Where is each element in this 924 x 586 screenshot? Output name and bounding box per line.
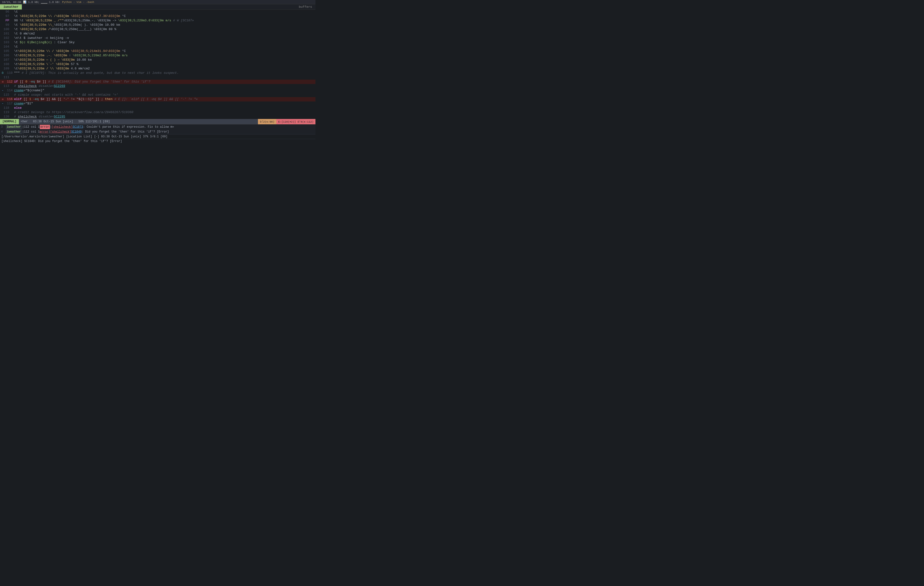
code-line: 103 \t $(c G)Beijing$(c) : Clear Sky bbox=[0, 40, 315, 45]
error-code: SC1049 bbox=[71, 130, 81, 134]
line-number: PP bbox=[1, 18, 9, 23]
code-line: 97 \t \033[38;5;226m \\ /\033[0m \033[38… bbox=[0, 14, 315, 18]
code-line: 104 \t bbox=[0, 45, 315, 49]
line-content: # shellcheck disable=SC2295 bbox=[13, 114, 315, 119]
tab-iweather[interactable]: iweather bbox=[0, 4, 22, 10]
code-area: 96 \t 97 \t \033[38;5;226m \\ /\033[0m \… bbox=[0, 10, 315, 119]
line-content: if [[ 0 -eq $# ]] # E [SC1049]: Did you … bbox=[13, 79, 315, 84]
line-number: 96 bbox=[1, 10, 9, 14]
code-line: 106 \t\033[38;5;226m .-. \033[0m ↑ \033[… bbox=[0, 53, 315, 58]
line-number: 103 bbox=[1, 40, 9, 45]
status-bar: [NORMAL] <her 03:38 Oct-15 Sun [unix] 58… bbox=[0, 119, 315, 124]
code-line: PP 98 \t \033[38;5;226m _ /""\033[38;5;2… bbox=[0, 18, 315, 23]
line-number: 109 bbox=[1, 66, 9, 71]
line-content: elif [[ 1 -eq $# ]] && [[ '-' != "${1::1… bbox=[13, 97, 315, 101]
line-content: cname="$1" bbox=[13, 101, 315, 106]
line-number: 99 bbox=[1, 23, 9, 27]
terminal: 10/15, 03:38 📊 1.0 kB; ▁▁▁▁ 1.0 kB↑ Pyth… bbox=[0, 0, 315, 144]
error-severity-tag: error bbox=[40, 125, 50, 129]
dash-icon: - bbox=[1, 101, 4, 106]
line-content: \t \033[38;5;226m \\ /\033[0m \033[38;5;… bbox=[13, 14, 315, 18]
error-icon: ☒ bbox=[1, 97, 4, 101]
code-line: 99 \t \033[38;5;226m \\_\033[38;5;250m( … bbox=[0, 23, 315, 27]
error-source-tag: [shellcheck] bbox=[50, 130, 71, 134]
line-number: 116 bbox=[4, 97, 13, 101]
code-line: 120 # shellcheck disable=SC2295 bbox=[0, 114, 315, 119]
line-content: \t \033[38;5;226m /\033[38;5;250m(___(__… bbox=[13, 27, 315, 31]
error-code: SC1073 bbox=[73, 125, 83, 129]
line-number: 108 bbox=[1, 62, 9, 66]
code-line: 105 \t\033[38;5;226m \\ / \033[0m \033[3… bbox=[0, 49, 315, 53]
status-errors-orange: ổ:2(ĸ:98) bbox=[258, 119, 276, 124]
line-content: """ # I [SC1079]: This is actually an en… bbox=[13, 71, 315, 75]
code-line: 118 else bbox=[0, 106, 315, 110]
mode-indicator: [NORMAL] bbox=[0, 119, 19, 124]
line-number: 120 bbox=[1, 114, 9, 119]
error-severity-underline: error bbox=[40, 130, 48, 134]
line-number: 101 bbox=[1, 31, 9, 36]
line-content: \n\t $ iweather -c beijing -v bbox=[13, 36, 315, 40]
line-content: # simple usage: not starts with '-' && n… bbox=[13, 93, 315, 97]
code-line: -117 cname="$1" bbox=[0, 101, 315, 106]
line-content: \t\033[38;5;226m \`-' \033[0m 57 % bbox=[13, 62, 315, 66]
modes: Python · Vim · -bash bbox=[62, 1, 94, 3]
line-number: 117 bbox=[4, 101, 13, 106]
line-number: 104 bbox=[1, 45, 9, 49]
line-content: \t bbox=[13, 45, 315, 49]
line-content: \t\033[38;5;226m .-. \033[0m ↑ \033[38;5… bbox=[13, 53, 315, 58]
line-number: 105 bbox=[1, 49, 9, 53]
line-number: 107 bbox=[1, 58, 9, 62]
line-content: else bbox=[13, 106, 315, 110]
kb-info: 📊 1.0 kB; ▁▁▁▁ 1.0 kB↑ bbox=[23, 0, 60, 3]
line-content: \t bbox=[13, 10, 315, 14]
code-line: 100 \t \033[38;5;226m /\033[38;5;250m(__… bbox=[0, 27, 315, 31]
code-line: 108 \t\033[38;5;226m \`-' \033[0m 57 % bbox=[0, 62, 315, 66]
error-row-num: 3 bbox=[1, 125, 6, 129]
error-message: : Couldn't parse this if expression. Fix… bbox=[83, 125, 174, 129]
line-number: 106 bbox=[1, 53, 9, 58]
tab-buffers[interactable]: buffers bbox=[295, 4, 315, 10]
code-line: 115 # simple usage: not starts with '-' … bbox=[0, 93, 315, 97]
clock: 10/15, 03:38 bbox=[2, 1, 21, 3]
code-line: ö110 """ # I [SC1079]: This is actually … bbox=[0, 71, 315, 75]
line-number: 97 bbox=[1, 14, 9, 18]
line-content: # credit belongs to https://stackoverflo… bbox=[13, 110, 315, 114]
code-line: 107 \t\033[38;5;226m ― ( ) ― \033[0m 10.… bbox=[0, 58, 315, 62]
error-row: 3 iweather |112 col 1 error | [shellchec… bbox=[0, 124, 315, 129]
error-row: 4 iweather |112 col 1 error | [shellchec… bbox=[0, 129, 315, 134]
line-number: 102 bbox=[1, 36, 9, 40]
code-line: 96 \t bbox=[0, 10, 315, 14]
tab-bar: iweather buffers bbox=[0, 4, 315, 10]
error-file-tag: iweather bbox=[6, 130, 22, 134]
line-content: cname="${cname}" bbox=[13, 88, 315, 93]
top-bar: 10/15, 03:38 📊 1.0 kB; ▁▁▁▁ 1.0 kB↑ Pyth… bbox=[0, 0, 315, 4]
line-number: 114 bbox=[4, 88, 13, 93]
error-row-num: 4 bbox=[1, 130, 6, 134]
line-number: 115 bbox=[1, 93, 9, 97]
code-line: 111 bbox=[0, 75, 315, 79]
line-number: 100 bbox=[1, 27, 9, 31]
bottom-message: [shellcheck] SC1049: Did you forget the … bbox=[0, 139, 315, 144]
error-col: |112 col 1 bbox=[22, 130, 40, 134]
line-number: 113 bbox=[1, 84, 9, 88]
line-number: 110 bbox=[4, 71, 13, 75]
line-number: 119 bbox=[1, 110, 9, 114]
code-line: 101 \t 0 mW/cm2 bbox=[0, 31, 315, 36]
code-line-error: ☒ 112 if [[ 0 -eq $# ]] # E [SC1049]: Di… bbox=[0, 79, 315, 84]
line-number: 112 bbox=[4, 79, 13, 84]
error-col: |112 col 1 bbox=[22, 125, 40, 129]
code-line-error: ☒ 116 elif [[ 1 -eq $# ]] && [[ '-' != "… bbox=[0, 97, 315, 101]
code-line: 102 \n\t $ iweather -c beijing -v bbox=[0, 36, 315, 40]
line-content: \t\033[38;5;226m / \\ \033[0m 4.6 mW/cm2 bbox=[13, 66, 315, 71]
line-number: 111 bbox=[1, 75, 9, 79]
code-line: 109 \t\033[38;5;226m / \\ \033[0m 4.6 mW… bbox=[0, 66, 315, 71]
code-line: -114 cname="${cname}" bbox=[0, 88, 315, 93]
file-info: <her 03:38 Oct-15 Sun [unix] 58% 112/191… bbox=[19, 119, 112, 124]
error-icon: ☒ bbox=[1, 79, 4, 84]
line-content: \t\033[38;5;226m ― ( ) ― \033[0m 10.00 k… bbox=[13, 58, 315, 62]
code-line: 113 # shellcheck disable=SC2269 bbox=[0, 84, 315, 88]
line-content: \t\033[38;5;226m \\ / \033[0m \033[38;5;… bbox=[13, 49, 315, 53]
line-content: # shellcheck disable=SC2269 bbox=[13, 84, 315, 88]
line-content: 98 \t \033[38;5;226m _ /""\033[38;5;250m… bbox=[13, 18, 315, 23]
error-source-tag: [shellcheck] bbox=[52, 125, 73, 129]
